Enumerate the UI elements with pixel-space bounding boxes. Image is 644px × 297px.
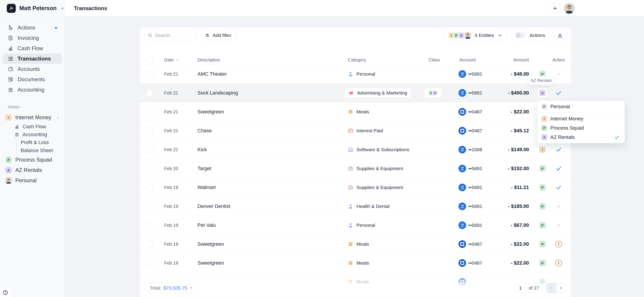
action-cell[interactable]: [552, 159, 565, 178]
row-checkbox[interactable]: [146, 260, 153, 267]
view-entity-internet-money[interactable]: IInternet Money: [0, 112, 65, 123]
row-checkbox-cell: [146, 235, 153, 254]
sidebar-item-invoicing[interactable]: $Invoicing: [3, 33, 62, 43]
entity-menu-item-personal[interactable]: PPersonal: [537, 102, 625, 111]
action-cell[interactable]: [552, 65, 565, 83]
date-cell: Feb 19: [164, 197, 178, 216]
row-checkbox[interactable]: [146, 89, 153, 96]
table-row[interactable]: Feb 21SweetgreenMeals••0487- $22.00: [140, 102, 571, 121]
row-checkbox[interactable]: [146, 70, 153, 78]
next-page-button[interactable]: [556, 283, 566, 293]
entity-menu-item-az-rentals[interactable]: AAZ Rentals: [537, 133, 625, 142]
row-entity-cell[interactable]: P: [537, 159, 548, 178]
page-number-input[interactable]: 1: [515, 285, 526, 291]
view-subitem-cash-flow[interactable]: Cash Flow: [0, 123, 65, 130]
entity-badge: P: [539, 184, 546, 191]
column-header-date[interactable]: Date: [164, 55, 178, 65]
workspace-switcher[interactable]: Matt Peterson: [0, 0, 65, 17]
row-entity-cell[interactable]: P: [537, 235, 548, 254]
sidebar-item-actions[interactable]: Actions: [3, 22, 62, 33]
table-row[interactable]: Feb 21Sock LandscapingAdvertising & Mark…: [140, 83, 571, 102]
row-entity-cell[interactable]: P: [537, 254, 548, 273]
chase-logo: [458, 127, 466, 135]
add-filter-button[interactable]: Add filter: [200, 30, 236, 40]
select-all-checkbox[interactable]: [146, 56, 153, 63]
account-cell: AMEX••5691: [458, 65, 482, 83]
action-cell[interactable]: 2: [552, 254, 565, 273]
category-cell: Personal: [348, 216, 375, 235]
actions-toggle-button[interactable]: Actions: [510, 30, 550, 40]
search-input[interactable]: [155, 33, 189, 38]
class-chip[interactable]: CC: [424, 88, 442, 98]
row-entity-cell[interactable]: P: [537, 216, 548, 235]
menu-divider: [537, 112, 625, 113]
table-row[interactable]: Feb 21AMC TheaterPersonalAMEX••5691- $48…: [140, 65, 571, 83]
row-checkbox[interactable]: [146, 165, 153, 172]
column-header-label: Amount: [514, 57, 529, 62]
column-header-label: Description: [198, 57, 220, 62]
row-checkbox[interactable]: [146, 222, 153, 229]
entity-select-open[interactable]: A: [537, 87, 548, 98]
category-chip[interactable]: Advertising & Marketing: [344, 88, 411, 98]
date-cell: Feb 21: [164, 140, 178, 159]
add-button[interactable]: [550, 3, 560, 13]
table-row[interactable]: Feb 19SweetgreenMeals••0487- $22.00P2: [140, 254, 571, 273]
row-checkbox[interactable]: [146, 108, 153, 115]
action-cell[interactable]: [552, 216, 565, 235]
table-row[interactable]: Feb 19SweetgreenMeals••0487- $22.00P2: [140, 235, 571, 254]
sidebar-item-accounts[interactable]: Accounts: [3, 64, 62, 74]
view-report-balance-sheet[interactable]: Balance Sheet: [0, 146, 65, 155]
category-label: Interest Paid: [356, 128, 383, 133]
column-header-label: Class: [428, 57, 440, 62]
table-row[interactable]: Feb 21KickSoftware & SubscriptionsAMEX••…: [140, 140, 571, 159]
svg-text:EX: EX: [461, 93, 464, 95]
row-entity-cell[interactable]: P: [537, 197, 548, 216]
entities-filter-button[interactable]: IPA 4 Entities: [443, 30, 507, 40]
action-cell[interactable]: 2: [552, 235, 565, 254]
entity-menu-item-process-squad[interactable]: PProcess Squad: [537, 123, 625, 133]
actions-toggle[interactable]: [515, 32, 526, 38]
category-cell[interactable]: Advertising & Marketing: [344, 83, 411, 102]
view-entity-az-rentals[interactable]: AAZ Rentals: [0, 165, 65, 175]
sidebar-item-accounting[interactable]: Accounting: [3, 85, 62, 95]
table-row[interactable]: Feb 19Pet ValuPersonalAMEX••5691- $67.00…: [140, 216, 571, 235]
account-number: ••0487: [468, 242, 482, 247]
view-report-profit-loss[interactable]: Profit & Loss: [0, 138, 65, 146]
export-button[interactable]: [554, 30, 566, 40]
amex-logo: AMEX: [458, 184, 466, 191]
sidebar-item-documents[interactable]: Documents: [3, 74, 62, 85]
row-entity-cell[interactable]: P: [537, 178, 548, 197]
plus-icon: [552, 6, 558, 11]
help-button[interactable]: ?: [0, 287, 11, 297]
row-checkbox[interactable]: [146, 184, 153, 191]
table-row[interactable]: Feb 19Denver DentistHealth & DentalAMEX•…: [140, 197, 571, 216]
triangle-left-icon: [550, 286, 553, 290]
view-entity-process-squad[interactable]: PProcess Squad: [0, 155, 65, 165]
column-header-label: Account: [459, 57, 476, 62]
action-count-badge[interactable]: 2: [555, 241, 562, 248]
prev-page-button[interactable]: [546, 283, 556, 293]
category-value: Personal: [348, 71, 375, 77]
category-cell: Interest Paid: [348, 121, 383, 140]
row-checkbox[interactable]: [146, 203, 153, 210]
table-row[interactable]: Feb 20TargetSupplies & EquipmentAMEX••56…: [140, 159, 571, 178]
action-cell[interactable]: [552, 178, 565, 197]
user-avatar[interactable]: [564, 3, 575, 14]
entity-menu-item-internet-money[interactable]: IInternet Money: [537, 114, 625, 123]
table-row[interactable]: Feb 19WalmartSupplies & EquipmentAMEX••5…: [140, 178, 571, 197]
row-entity-cell[interactable]: A: [537, 83, 548, 102]
action-cell[interactable]: [552, 83, 565, 102]
table-row[interactable]: Feb 21ChaseInterest Paid••0487- $45.12: [140, 121, 571, 140]
description-cell: Sweetgreen: [198, 254, 224, 273]
action-cell[interactable]: [552, 197, 565, 216]
svg-text:EX: EX: [461, 169, 464, 171]
row-checkbox[interactable]: [146, 241, 153, 248]
view-subitem-accounting[interactable]: Accounting: [0, 130, 65, 138]
action-count-badge[interactable]: 2: [555, 260, 562, 266]
sidebar-item-cash-flow[interactable]: Cash Flow: [3, 43, 62, 53]
row-checkbox[interactable]: [146, 127, 153, 134]
sidebar-item-transactions[interactable]: Transactions: [3, 53, 62, 64]
total-pill[interactable]: Total: $73,505.75: [145, 283, 198, 293]
view-entity-personal[interactable]: Personal: [0, 175, 65, 186]
row-checkbox[interactable]: [146, 146, 153, 153]
